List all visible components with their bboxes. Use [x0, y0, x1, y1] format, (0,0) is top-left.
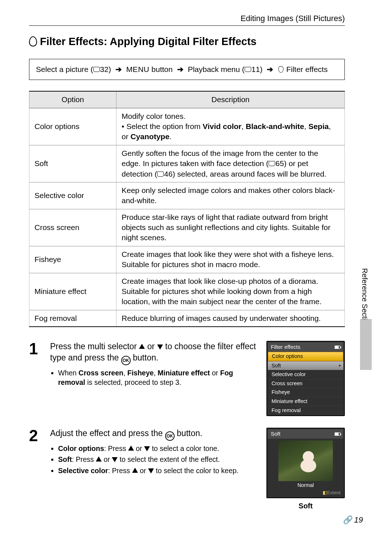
nav-ref2: 11) — [252, 64, 262, 74]
step-number: 2 — [29, 428, 44, 511]
up-arrow-icon — [128, 446, 134, 451]
menu-list: Color options Soft Selective color Cross… — [268, 352, 343, 415]
desc-text: , — [241, 122, 246, 130]
desc-ref: 65 — [275, 158, 284, 169]
filter-icon — [278, 66, 283, 73]
desc-bold: Cyanotype — [131, 132, 170, 141]
step-sub: When Cross screen, Fisheye, Miniature ef… — [58, 368, 260, 387]
sub-text: : Press — [72, 455, 96, 463]
cell-description: Keep only selected image colors and make… — [117, 182, 345, 209]
up-arrow-icon — [139, 344, 145, 349]
th-option: Option — [29, 91, 117, 108]
cell-description: Modify color tones. • Select the option … — [117, 108, 345, 145]
table-row: Color options Modify color tones. • Sele… — [29, 108, 345, 145]
cell-description: Create images that look like they were s… — [117, 246, 345, 273]
battery-icon — [335, 432, 340, 436]
arrow-icon: ➔ — [177, 65, 184, 73]
up-arrow-icon — [132, 468, 138, 473]
sub-text: or — [134, 444, 144, 452]
step-number: 1 — [29, 341, 44, 416]
cell-option: Cross screen — [29, 209, 117, 246]
preview-image — [278, 440, 333, 481]
sub-bold: Color options — [58, 444, 104, 452]
table-row: Selective color Keep only selected image… — [29, 182, 345, 209]
step-1: 1 Press the multi selector or to choose … — [29, 341, 345, 416]
step-text: button. — [131, 353, 159, 362]
step-text: button. — [175, 428, 203, 438]
sub-text: , — [154, 369, 158, 377]
desc-bold: Sepia — [309, 122, 329, 130]
book-icon — [245, 67, 251, 72]
th-description: Description — [117, 91, 345, 108]
header-section: Editing Images (Still Pictures) — [29, 13, 345, 24]
cell-option: Fisheye — [29, 246, 117, 273]
down-arrow-icon — [144, 446, 150, 451]
sub-bold: Miniature effect — [158, 369, 210, 377]
desc-bold: Vivid color — [203, 122, 241, 130]
sub-text: or — [210, 369, 220, 377]
step-title: Press the multi selector or to choose th… — [50, 341, 260, 365]
cell-option: Selective color — [29, 182, 117, 209]
step-text: Adjust the effect and press the — [50, 428, 165, 438]
page-number-value: 19 — [354, 515, 363, 525]
screen-caption: Soft — [266, 501, 345, 511]
step-title: Adjust the effect and press the OK butto… — [50, 428, 260, 441]
down-arrow-icon — [148, 468, 154, 473]
page-number: 🔗 19 — [343, 515, 363, 525]
table-row: Fisheye Create images that look like the… — [29, 246, 345, 273]
up-arrow-icon — [96, 456, 102, 462]
sub-bold: Soft — [58, 455, 72, 463]
book-icon — [157, 172, 164, 177]
nav-select: Select a picture ( — [36, 65, 93, 73]
menu-item: Selective color — [268, 370, 343, 379]
sub-bold: Cross screen — [78, 369, 123, 377]
title-text: Filter Effects: Applying Digital Filter … — [40, 35, 257, 49]
menu-item: Cross screen — [268, 379, 343, 388]
menu-item: Fog removal — [268, 406, 343, 415]
desc-bold: Black-and-white — [246, 122, 304, 130]
screen-title-text: Soft — [271, 430, 281, 438]
sub-text: , — [123, 369, 127, 377]
header-rule — [29, 25, 345, 26]
side-tab-marker — [360, 319, 372, 370]
sub-text: to select the extent of the effect. — [118, 455, 220, 463]
sub-text: or — [138, 467, 148, 475]
menu-item: Miniature effect — [268, 397, 343, 406]
sub-bold: Selective color — [58, 467, 108, 475]
sub-text: When — [58, 369, 78, 377]
sub-text: to select the color to keep. — [154, 467, 238, 475]
page-title: Filter Effects: Applying Digital Filter … — [29, 35, 345, 49]
sub-text: : Press — [104, 444, 128, 452]
screen-title: Soft — [268, 429, 343, 439]
camera-screen-1: Filter effects Color options Soft Select… — [266, 341, 345, 416]
cell-description: Produce star-like rays of light that rad… — [117, 209, 345, 246]
ok-button-icon: OK — [121, 356, 131, 365]
sub-text: to select a color tone. — [150, 444, 219, 452]
desc-text: . — [170, 132, 172, 141]
sub-text: : Press — [108, 467, 132, 475]
nav-button-word: button — [149, 65, 172, 73]
table-row: Soft Gently soften the focus of the imag… — [29, 145, 345, 182]
step-sub: Soft: Press or to select the extent of t… — [58, 455, 260, 464]
table-row: Miniature effect Create images that look… — [29, 273, 345, 310]
cell-description: Create images that look like close-up ph… — [117, 273, 345, 310]
desc-text: , — [304, 122, 309, 130]
nav-filter: Filter effects — [284, 65, 328, 73]
arrow-icon: ➔ — [115, 65, 122, 73]
down-arrow-icon — [112, 457, 118, 462]
ok-button-icon: OK — [165, 431, 175, 441]
step-text: or — [145, 342, 157, 351]
cell-option: Soft — [29, 145, 117, 182]
extent-hint: ◧Extent — [268, 489, 343, 497]
menu-item: Color options — [268, 352, 343, 361]
desc-ref: 46 — [164, 169, 172, 179]
nav-ref1: 32) — [100, 64, 111, 74]
sub-text: or — [102, 455, 112, 463]
table-row: Fog removal Reduce blurring of images ca… — [29, 310, 345, 327]
filter-icon — [29, 36, 37, 47]
effect-level-label: Normal — [268, 482, 343, 489]
sub-bold: Fisheye — [127, 369, 154, 377]
down-arrow-icon — [157, 344, 163, 350]
arrow-icon: ➔ — [267, 65, 273, 73]
cell-description: Reduce blurring of images caused by unde… — [117, 310, 345, 327]
